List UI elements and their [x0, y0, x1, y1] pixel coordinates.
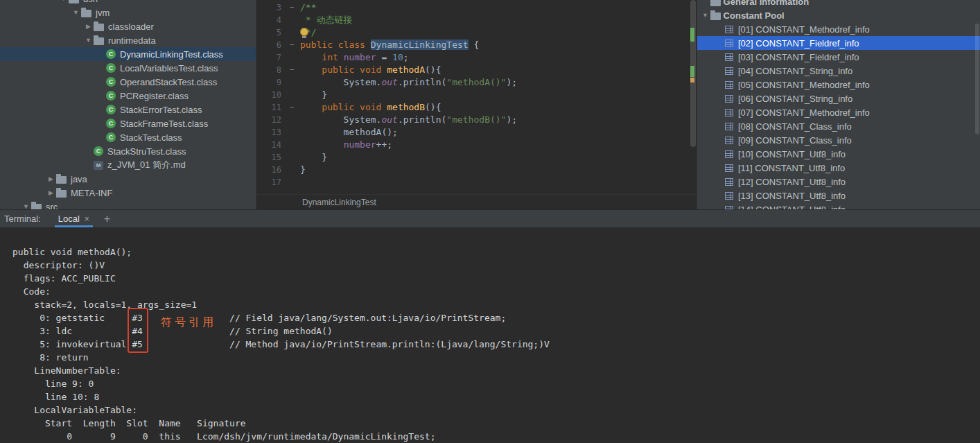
constant-pool-item[interactable]: [09] CONSTANT_Class_info [697, 133, 980, 147]
fold-icon[interactable]: − [286, 64, 298, 76]
terminal-line: public void methodA(); [12, 245, 980, 259]
group-label: General Information [721, 0, 809, 7]
tree-item[interactable]: CDynamicLinkingTest.class [0, 47, 256, 61]
tree-item-label: DynamicLinkingTest.class [120, 49, 223, 60]
constant-entry-icon [725, 178, 733, 186]
tree-item[interactable]: ▼src [0, 200, 256, 209]
fold-icon[interactable]: − [286, 101, 298, 114]
code-text[interactable]: public void methodB(){ [298, 101, 441, 114]
constant-pool-item[interactable]: [01] CONSTANT_Methodref_info [697, 22, 980, 36]
code-text[interactable] [298, 176, 300, 189]
constant-entry-icon [725, 150, 733, 158]
breadcrumb-item[interactable]: DynamicLinkingTest [302, 198, 376, 207]
code-line: 17 [256, 176, 697, 189]
constant-pool-item[interactable]: [11] CONSTANT_Utf8_info [697, 161, 980, 175]
code-text[interactable]: } [298, 151, 327, 164]
constant-pool-item[interactable]: [05] CONSTANT_Methodref_info [697, 78, 980, 92]
constant-pool-item[interactable]: [04] CONSTANT_String_info [697, 64, 980, 78]
constant-pool-item[interactable]: [10] CONSTANT_Utf8_info [697, 147, 980, 161]
tree-item[interactable]: ▼jvm [0, 6, 256, 19]
constant-pool-item[interactable]: [06] CONSTANT_String_info [697, 92, 980, 105]
tree-item[interactable]: Mz_JVM_01 简介.md [0, 158, 256, 172]
terminal-line: Start Length Slot Name Signature [12, 417, 980, 430]
constant-pool-item[interactable]: [12] CONSTANT_Utf8_info [697, 175, 980, 189]
code-text[interactable]: System.out.println("methodB()"); [298, 114, 517, 126]
code-text[interactable]: /** [298, 1, 316, 14]
chevron-down-icon[interactable]: ▼ [58, 0, 69, 2]
tree-item[interactable]: CPCRegister.class [0, 89, 256, 103]
chevron-down-icon[interactable]: ▼ [71, 9, 81, 16]
tree-item[interactable]: CStackErrorTest.class [0, 103, 256, 116]
constant-entry-icon [725, 95, 733, 103]
constant-entry-icon [725, 40, 733, 47]
token: DynamicLinkingTest [371, 40, 469, 50]
tree-item[interactable]: CLocalVariablesTest.class [0, 61, 256, 75]
token [300, 102, 322, 112]
tree-item[interactable]: ▶java [0, 172, 256, 186]
constant-pool-item[interactable]: [14] CONSTANT_Utf8_info [697, 202, 980, 209]
code-text[interactable]: methodA(); [298, 126, 398, 139]
code-text[interactable]: System.out.println("methodA()"); [298, 76, 517, 89]
code-line: 8− public void methodA(){ [256, 64, 697, 76]
code-text[interactable]: } [298, 89, 327, 101]
token: methodA [387, 64, 425, 75]
fold-icon[interactable]: − [286, 39, 298, 51]
constant-pool-item[interactable]: [08] CONSTANT_Class_info [697, 119, 980, 133]
tree-item[interactable]: ▶classloader [0, 19, 256, 33]
code-line: 10 } [256, 89, 697, 101]
fold-icon[interactable]: − [286, 1, 298, 14]
code-text[interactable]: } [298, 164, 306, 176]
editor-scrollbar[interactable] [690, 0, 696, 147]
fold-spacer [286, 114, 298, 126]
new-terminal-tab-button[interactable]: + [104, 213, 110, 225]
tree-item[interactable]: ▶META-INF [0, 186, 256, 200]
chevron-right-icon[interactable]: ▶ [46, 175, 56, 182]
item-label: [06] CONSTANT_String_info [738, 94, 852, 104]
code-text[interactable]: * 动态链接 [298, 14, 352, 26]
code-area[interactable]: 3−/**4 * 动态链接5 */6−public class DynamicL… [256, 0, 697, 194]
tree-item[interactable]: CStackTest.class [0, 130, 256, 144]
constant-pool-item[interactable]: [03] CONSTANT_Fieldref_info [697, 50, 980, 64]
chevron-right-icon[interactable]: ▶ [83, 23, 94, 30]
token: .println( [398, 77, 446, 87]
chevron-down-icon[interactable]: ▼ [700, 12, 710, 19]
tree-item[interactable]: ▼dsh [0, 0, 256, 6]
constant-pool-item[interactable]: [07] CONSTANT_Methodref_info [697, 105, 980, 119]
token: ); [506, 114, 517, 125]
tree-group[interactable]: ▼ Constant Pool [697, 8, 980, 22]
tree-item[interactable]: ▼runtimedata [0, 33, 256, 47]
project-tree-panel: ▼dsh▼jvm▶classloader▼runtimedataCDynamic… [0, 0, 256, 209]
top-region: ▼dsh▼jvm▶classloader▼runtimedataCDynamic… [0, 0, 980, 209]
code-text[interactable]: public class DynamicLinkingTest { [298, 39, 479, 51]
token: number [344, 52, 376, 62]
code-text[interactable]: public void methodA(){ [298, 64, 441, 76]
close-icon[interactable]: × [85, 214, 89, 224]
token: methodA(); [300, 127, 398, 137]
item-label: [10] CONSTANT_Utf8_info [738, 149, 846, 159]
item-label: [05] CONSTANT_Methodref_info [738, 80, 870, 90]
token: public void [322, 64, 387, 75]
constant-entry-icon [725, 67, 733, 75]
constant-pool-item[interactable]: [13] CONSTANT_Utf8_info [697, 189, 980, 202]
tree-item[interactable]: CStackFrameTest.class [0, 116, 256, 130]
chevron-down-icon[interactable]: ▼ [21, 203, 31, 209]
code-text[interactable]: number++; [298, 139, 392, 151]
item-label: [03] CONSTANT_Fieldref_info [738, 52, 859, 62]
code-text[interactable]: int number = 10; [298, 51, 409, 64]
terminal-line: 3: ldc #4 // String methodA() [12, 324, 980, 338]
item-label: [07] CONSTANT_Methodref_info [738, 107, 870, 118]
token: { [469, 40, 480, 50]
terminal[interactable]: public void methodA(); descriptor: ()V f… [0, 228, 980, 443]
constant-pool-item[interactable]: [02] CONSTANT_Fieldref_info [697, 36, 980, 50]
chevron-down-icon[interactable]: ▼ [83, 37, 94, 44]
terminal-tab-local[interactable]: Local × [52, 210, 96, 227]
folder-icon [81, 10, 91, 17]
class-panel-scrollbar[interactable] [975, 24, 979, 134]
intention-bulb-icon[interactable] [300, 28, 308, 36]
tree-item-label: OperandStackTest.class [120, 77, 217, 87]
tree-item[interactable]: CStackStruTest.class [0, 144, 256, 158]
tree-group[interactable]: General Information [697, 0, 980, 8]
folder-icon [710, 12, 721, 20]
chevron-right-icon[interactable]: ▶ [46, 189, 56, 196]
tree-item[interactable]: COperandStackTest.class [0, 75, 256, 89]
